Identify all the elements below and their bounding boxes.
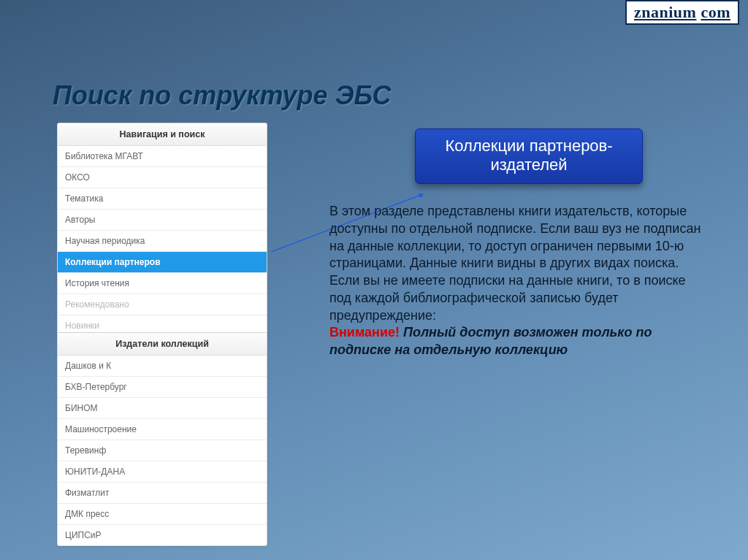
nav-item[interactable]: Рекомендовано <box>58 294 267 315</box>
logo-word-b: com <box>701 3 730 21</box>
nav-item-selected[interactable]: Коллекции партнеров <box>58 252 267 273</box>
publisher-item[interactable]: Машиностроение <box>58 419 267 440</box>
publisher-item[interactable]: ЮНИТИ-ДАНА <box>58 461 267 483</box>
section-badge: Коллекции партнеров-издателей <box>415 129 643 184</box>
publisher-item[interactable]: ЦИПСиР <box>58 525 267 545</box>
nav-item[interactable]: История чтения <box>58 273 267 294</box>
brand-logo: znanium com <box>625 0 739 25</box>
navigation-panel: Навигация и поиск Библиотека МГАВТ ОКСО … <box>57 123 267 337</box>
publisher-item[interactable]: БИНОМ <box>58 398 267 419</box>
publishers-panel: Издатели коллекций Дашков и К БХВ-Петерб… <box>57 332 267 546</box>
nav-item[interactable]: Авторы <box>58 210 267 231</box>
nav-item[interactable]: ОКСО <box>58 167 267 188</box>
page-title: Поиск по структуре ЭБС <box>53 80 392 111</box>
nav-item[interactable]: Библиотека МГАВТ <box>58 146 267 167</box>
publishers-panel-header: Издатели коллекций <box>58 333 267 356</box>
publisher-item[interactable]: Дашков и К <box>58 356 267 377</box>
nav-item[interactable]: Тематика <box>58 188 267 210</box>
publisher-item[interactable]: БХВ-Петербург <box>58 377 267 398</box>
publisher-item[interactable]: Теревинф <box>58 440 267 461</box>
nav-item[interactable]: Научная периодика <box>58 231 267 252</box>
logo-word-a: znanium <box>634 3 696 21</box>
description-body: В этом разделе представлены книги издате… <box>329 204 701 323</box>
warning-label: Внимание! <box>329 325 400 340</box>
nav-panel-header: Навигация и поиск <box>58 123 267 146</box>
publisher-item[interactable]: Физматлит <box>58 483 267 504</box>
svg-point-1 <box>419 193 423 197</box>
description-block: В этом разделе представлены книги издате… <box>329 203 709 359</box>
publisher-item[interactable]: ДМК пресс <box>58 504 267 525</box>
